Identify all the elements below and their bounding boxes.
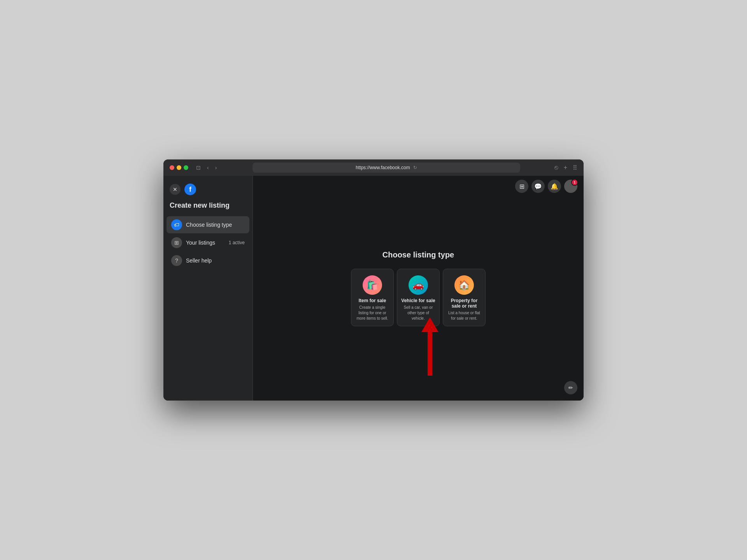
window-controls: ⊡ ‹ › — [195, 164, 218, 172]
close-x: ✕ — [173, 186, 177, 192]
item-for-sale-desc: Create a single listing for one or more … — [355, 305, 389, 321]
svg-marker-2 — [421, 317, 438, 332]
address-bar[interactable]: https://www.facebook.com ↻ — [253, 163, 520, 173]
your-listings-icon: ⊞ — [171, 237, 182, 248]
edit-icon: ✏ — [568, 385, 573, 391]
forward-btn[interactable]: › — [214, 164, 219, 172]
reload-btn[interactable]: ↻ — [413, 165, 417, 170]
edit-btn[interactable]: ✏ — [564, 381, 577, 394]
messenger-icon[interactable]: 💬 — [531, 180, 545, 193]
traffic-lights — [170, 165, 188, 170]
listing-card-property[interactable]: 🏠 Property for sale or rent List a house… — [443, 269, 486, 326]
minimize-traffic-light[interactable] — [177, 165, 181, 170]
url-text: https://www.facebook.com — [356, 165, 410, 170]
top-right-icons: ⊞ 💬 🔔 — [515, 180, 577, 193]
vehicle-for-sale-name: Vehicle for sale — [401, 298, 435, 303]
your-listings-label: Your listings — [186, 240, 225, 246]
sidebar-item-seller-help[interactable]: ? Seller help — [167, 252, 249, 269]
your-listings-badge: 1 active — [229, 240, 245, 245]
share-icon[interactable]: ⎋ — [554, 164, 558, 171]
close-traffic-light[interactable] — [170, 165, 174, 170]
property-desc: List a house or flat for sale or rent. — [447, 310, 481, 321]
sidebar-item-choose-listing-type[interactable]: 🏷 Choose listing type — [167, 216, 249, 233]
choose-listing-type-icon: 🏷 — [171, 219, 182, 230]
toolbar-right: ⎋ + ⠿ — [554, 164, 577, 172]
browser-content: ✕ f Create new listing 🏷 Choose listing … — [163, 176, 584, 401]
sidebar-item-your-listings[interactable]: ⊞ Your listings 1 active — [167, 234, 249, 251]
sidebar-title: Create new listing — [163, 201, 253, 216]
seller-help-label: Seller help — [186, 257, 245, 264]
sidebar-header: ✕ f — [163, 180, 253, 201]
facebook-logo: f — [184, 184, 196, 195]
listing-section-title: Choose listing type — [382, 250, 454, 259]
notifications-icon[interactable]: 🔔 — [548, 180, 561, 193]
item-for-sale-name: Item for sale — [359, 298, 386, 303]
property-name: Property for sale or rent — [447, 298, 481, 309]
item-for-sale-icon: 🛍️ — [363, 275, 382, 295]
browser-window: ⊡ ‹ › https://www.facebook.com ↻ ⎋ + ⠿ ✕… — [163, 159, 584, 401]
extensions-icon[interactable]: ⠿ — [573, 164, 577, 172]
arrow-annotation — [414, 317, 445, 377]
sidebar: ✕ f Create new listing 🏷 Choose listing … — [163, 176, 253, 401]
back-btn[interactable]: ‹ — [205, 164, 210, 172]
title-bar: ⊡ ‹ › https://www.facebook.com ↻ ⎋ + ⠿ — [163, 159, 584, 176]
new-tab-icon[interactable]: + — [564, 164, 567, 171]
main-content: ⊞ 💬 🔔 Choose listing type 🛍️ Item for sa… — [253, 176, 584, 401]
arrow-svg — [414, 317, 445, 376]
user-avatar[interactable] — [564, 180, 577, 193]
close-icon[interactable]: ✕ — [170, 184, 181, 195]
vehicle-for-sale-icon: 🚗 — [409, 275, 428, 295]
seller-help-icon: ? — [171, 255, 182, 266]
listing-card-item-for-sale[interactable]: 🛍️ Item for sale Create a single listing… — [351, 269, 394, 326]
choose-listing-type-label: Choose listing type — [186, 222, 245, 228]
sidebar-toggle-btn[interactable]: ⊡ — [195, 164, 202, 172]
maximize-traffic-light[interactable] — [184, 165, 188, 170]
apps-icon[interactable]: ⊞ — [515, 180, 528, 193]
property-icon: 🏠 — [454, 275, 474, 295]
